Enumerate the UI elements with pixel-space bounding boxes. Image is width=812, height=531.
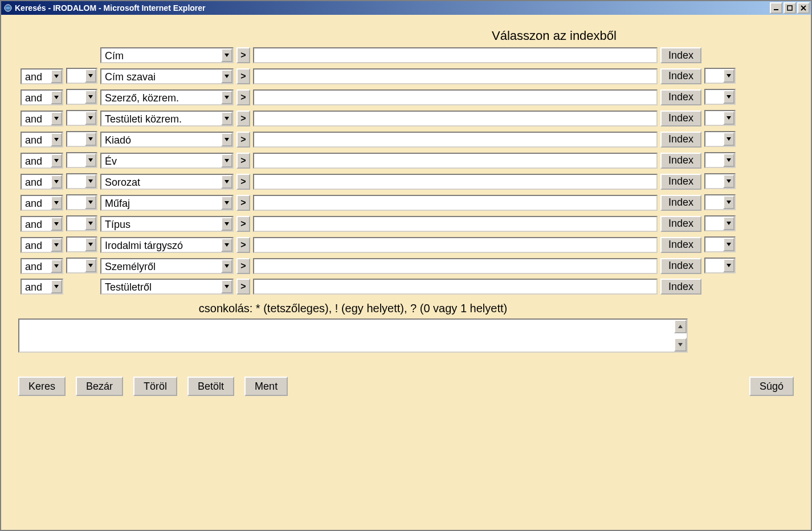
operator-select[interactable]: and xyxy=(21,258,63,274)
field-select[interactable]: Testületi közrem. xyxy=(100,111,234,126)
operator-select[interactable]: and xyxy=(21,174,63,190)
index-button[interactable]: Index xyxy=(660,68,701,84)
expand-button[interactable]: > xyxy=(236,68,250,84)
textarea-scrollbar[interactable] xyxy=(674,320,687,352)
index-button[interactable]: Index xyxy=(660,47,701,63)
operator-select[interactable]: and xyxy=(21,132,63,148)
tail-select[interactable] xyxy=(704,131,736,147)
operator-select[interactable]: and xyxy=(21,279,63,295)
search-row: and Testületről >Index xyxy=(20,278,736,295)
tail-select[interactable] xyxy=(704,194,736,210)
tail-select[interactable] xyxy=(704,89,736,105)
expand-button[interactable]: > xyxy=(236,132,250,148)
paren-select[interactable] xyxy=(66,236,97,252)
field-select[interactable]: Testületről xyxy=(100,279,234,295)
operator-select[interactable]: and xyxy=(21,216,63,232)
field-select[interactable]: Szerző, közrem. xyxy=(100,89,234,105)
search-term-input[interactable] xyxy=(253,216,658,232)
expand-button[interactable]: > xyxy=(236,153,250,169)
expand-button[interactable]: > xyxy=(236,195,250,211)
search-term-input[interactable] xyxy=(253,174,658,190)
scroll-up-button[interactable] xyxy=(674,320,687,333)
close-button[interactable] xyxy=(797,2,810,14)
paren-select[interactable] xyxy=(66,89,97,105)
load-button[interactable]: Betölt xyxy=(187,377,234,396)
tail-select[interactable] xyxy=(704,68,736,84)
chevron-down-icon xyxy=(221,70,232,83)
search-term-input[interactable] xyxy=(253,153,658,169)
expand-button[interactable]: > xyxy=(236,237,250,253)
field-select[interactable]: Személyről xyxy=(100,258,234,274)
chevron-down-icon xyxy=(85,259,96,272)
clear-button[interactable]: Töröl xyxy=(133,377,177,396)
field-select[interactable]: Irodalmi tárgyszó xyxy=(100,237,234,253)
search-term-input[interactable] xyxy=(253,68,658,84)
operator-select[interactable]: and xyxy=(21,195,63,211)
chevron-down-icon xyxy=(221,112,232,125)
save-form-button[interactable]: Ment xyxy=(244,377,288,396)
search-term-input[interactable] xyxy=(253,89,658,105)
paren-select[interactable] xyxy=(66,110,97,126)
help-button[interactable]: Súgó xyxy=(749,377,794,396)
tail-select[interactable] xyxy=(704,152,736,168)
field-select[interactable]: Kiadó xyxy=(100,132,234,148)
index-button[interactable]: Index xyxy=(660,258,701,274)
search-term-input[interactable] xyxy=(253,279,658,295)
index-button[interactable]: Index xyxy=(660,279,701,295)
expand-button[interactable]: > xyxy=(236,279,250,295)
chevron-down-icon xyxy=(85,111,96,125)
tail-select[interactable] xyxy=(704,215,736,231)
paren-select[interactable] xyxy=(66,152,97,168)
expand-button[interactable]: > xyxy=(236,174,250,190)
field-select[interactable]: Cím xyxy=(100,47,234,63)
expand-button[interactable]: > xyxy=(236,89,250,105)
tail-select[interactable] xyxy=(704,236,736,252)
index-button[interactable]: Index xyxy=(660,195,701,211)
expand-button[interactable]: > xyxy=(236,111,250,126)
operator-select[interactable]: and xyxy=(21,237,63,253)
field-select[interactable]: Típus xyxy=(100,216,234,232)
index-button[interactable]: Index xyxy=(660,111,701,126)
expand-button[interactable]: > xyxy=(236,216,250,232)
search-term-input[interactable] xyxy=(253,237,658,253)
minimize-button[interactable] xyxy=(770,2,782,14)
paren-select[interactable] xyxy=(66,68,97,84)
index-button[interactable]: Index xyxy=(660,237,701,253)
operator-select[interactable]: and xyxy=(21,111,63,126)
field-select[interactable]: Műfaj xyxy=(100,195,234,211)
operator-select[interactable]: and xyxy=(21,68,63,84)
index-button[interactable]: Index xyxy=(660,216,701,232)
operator-select[interactable]: and xyxy=(21,89,63,105)
index-button[interactable]: Index xyxy=(660,153,701,169)
scroll-down-button[interactable] xyxy=(674,338,687,352)
index-button[interactable]: Index xyxy=(660,132,701,148)
search-row: and Cím szavai >Index xyxy=(20,67,736,85)
tail-select[interactable] xyxy=(704,258,736,273)
tail-select[interactable] xyxy=(704,110,736,126)
search-button[interactable]: Keres xyxy=(18,377,66,396)
field-select[interactable]: Év xyxy=(100,153,234,169)
search-term-input[interactable] xyxy=(253,258,658,274)
paren-select[interactable] xyxy=(66,173,97,189)
field-select[interactable]: Cím szavai xyxy=(100,68,234,84)
chevron-down-icon xyxy=(221,280,232,293)
tail-select[interactable] xyxy=(704,173,736,189)
search-term-input[interactable] xyxy=(253,47,658,63)
paren-select[interactable] xyxy=(66,258,97,273)
paren-select[interactable] xyxy=(66,131,97,147)
close-form-button[interactable]: Bezár xyxy=(76,377,123,396)
expand-button[interactable]: > xyxy=(236,47,250,63)
operator-select[interactable]: and xyxy=(21,153,63,169)
field-select[interactable]: Sorozat xyxy=(100,174,234,190)
search-term-input[interactable] xyxy=(253,132,658,148)
paren-select[interactable] xyxy=(66,194,97,210)
index-button[interactable]: Index xyxy=(660,89,701,105)
expand-button[interactable]: > xyxy=(236,258,250,274)
maximize-button[interactable] xyxy=(784,2,796,14)
search-term-input[interactable] xyxy=(253,111,658,126)
query-textarea[interactable] xyxy=(18,318,688,353)
paren-select[interactable] xyxy=(66,215,97,231)
index-button[interactable]: Index xyxy=(660,174,701,190)
search-term-input[interactable] xyxy=(253,195,658,211)
chevron-down-icon xyxy=(85,174,96,188)
